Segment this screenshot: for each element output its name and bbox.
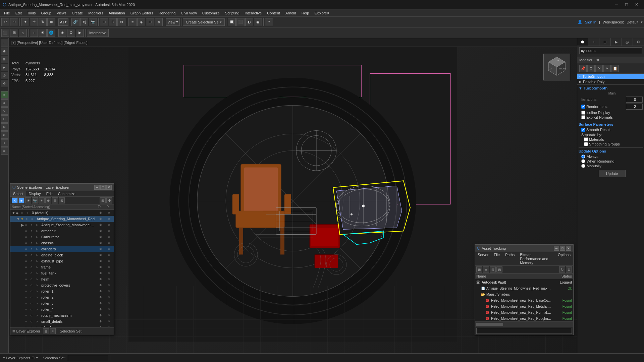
- layer-item[interactable]: ○○○cylinders❄☀: [10, 246, 114, 252]
- motion-btn[interactable]: ▶: [1, 64, 8, 71]
- tab-utilities[interactable]: ⚙: [633, 38, 644, 46]
- close-btn[interactable]: ✕: [632, 1, 641, 8]
- iterations-input[interactable]: [626, 97, 643, 103]
- camera-btn[interactable]: 📷: [89, 18, 97, 26]
- asset-server-tab[interactable]: Server: [475, 252, 491, 265]
- select-filter-btn[interactable]: ⬛: [1, 29, 9, 37]
- se-show-space-btn[interactable]: ⊕: [45, 197, 51, 203]
- utilities-btn[interactable]: ⚙: [1, 80, 8, 87]
- layer-item[interactable]: ○○○roller_1❄☀: [10, 288, 114, 294]
- se-select-tab[interactable]: Select: [10, 191, 26, 196]
- modifier-turbosmooth[interactable]: ○ TurboSmooth: [577, 74, 644, 79]
- se-show-lights-btn[interactable]: ☀: [25, 197, 31, 203]
- update-button[interactable]: Update: [599, 170, 626, 177]
- menu-item-civilview[interactable]: Civil View: [178, 9, 199, 17]
- sign-in-label[interactable]: Sign In: [585, 20, 596, 24]
- panel-close-btn[interactable]: ✕: [106, 185, 112, 190]
- mod-config-btn[interactable]: ⚙: [587, 65, 595, 72]
- modify-btn[interactable]: ⬟: [1, 48, 8, 55]
- se-settings-btn[interactable]: ⚙: [106, 197, 112, 203]
- se-filter-btn[interactable]: ✕: [12, 197, 18, 203]
- render-iters-input[interactable]: [626, 104, 643, 110]
- layer-item[interactable]: ○○○rotary_mechanism❄☀: [10, 312, 114, 318]
- all-dropdown[interactable]: All▾: [58, 18, 68, 26]
- asset-item[interactable]: 🖼Retro_Monowheel_new_Red_Roughness.pngFo…: [475, 315, 573, 321]
- hierarchy-btn[interactable]: ⊞: [1, 56, 8, 63]
- sun-light-btn[interactable]: ☀: [39, 29, 47, 37]
- render-setup-btn[interactable]: ⚙: [67, 29, 75, 37]
- align-btn[interactable]: ⊟: [146, 18, 154, 26]
- scene-explorer-icon[interactable]: ≡: [36, 356, 38, 360]
- layer-item[interactable]: ○○○small_details❄☀: [10, 318, 114, 324]
- menu-item-tools[interactable]: Tools: [24, 9, 39, 17]
- layer-explorer-btn[interactable]: Layer Explorer: [6, 356, 30, 360]
- asset-item[interactable]: 📄Antique_Steering_Monowheel_Red_max_vray…: [475, 285, 573, 291]
- toggle-grid-btn[interactable]: ⊞: [10, 29, 18, 37]
- rotate-btn[interactable]: ↻: [39, 18, 47, 26]
- se-show-helpers-btn[interactable]: +: [39, 197, 45, 203]
- manually-radio[interactable]: [581, 164, 585, 168]
- objects-btn[interactable]: ◈: [137, 18, 145, 26]
- se-edit-tab[interactable]: Edit: [44, 191, 55, 196]
- layer-item[interactable]: ○○○roller_3❄☀: [10, 300, 114, 306]
- select-btn[interactable]: ✦: [21, 18, 29, 26]
- menu-item-modifiers[interactable]: Modifiers: [86, 9, 106, 17]
- panel-maximize-btn[interactable]: □: [100, 185, 106, 190]
- layer-expand-icon[interactable]: ▼: [12, 211, 16, 215]
- asset-close-btn[interactable]: ✕: [566, 246, 571, 251]
- layer-expand-icon[interactable]: ▼: [16, 217, 20, 221]
- asset-options-tab[interactable]: Options: [555, 252, 573, 265]
- menu-item-rendering[interactable]: Rendering: [156, 9, 178, 17]
- asset-item[interactable]: 📂Maps / Shaders: [475, 291, 573, 297]
- layer-expand-icon[interactable]: ▶: [21, 223, 25, 227]
- asset-item[interactable]: 🖼Retro_Monowheel_new_Red_Normal.pngFound: [475, 309, 573, 315]
- menu-item-animation[interactable]: Animation: [106, 9, 128, 17]
- asset-paths-tab[interactable]: Paths: [502, 252, 517, 265]
- layer-item[interactable]: ○○○exhaust_pipe❄☀: [10, 258, 114, 264]
- menu-item-grapheditors[interactable]: Graph Editors: [128, 9, 156, 17]
- asset-refresh-btn[interactable]: ↻: [559, 266, 565, 273]
- asset-btn3[interactable]: ⊟: [490, 266, 496, 273]
- spacing-btn[interactable]: ⊠: [155, 18, 163, 26]
- render2-btn[interactable]: ⬛: [236, 18, 245, 26]
- snap2-btn[interactable]: ⊕: [109, 18, 117, 26]
- asset-path-input[interactable]: [476, 328, 572, 334]
- asset-item[interactable]: 🏛Autodesk VaultLogged: [475, 279, 573, 285]
- render4-btn[interactable]: ◉: [254, 18, 262, 26]
- se-show-all-btn[interactable]: ⊠: [59, 197, 65, 203]
- display-btn[interactable]: ◎: [1, 72, 8, 79]
- env-btn[interactable]: 🌐: [47, 29, 55, 37]
- move-btn[interactable]: ✛: [30, 18, 38, 26]
- se-show-cameras-btn[interactable]: 📷: [32, 197, 38, 203]
- layer-item[interactable]: ▼⊙○○Antique_Steering_Monowheel_Red❄☀: [10, 216, 114, 222]
- mod-pin-btn[interactable]: 📌: [579, 65, 587, 72]
- asset-item[interactable]: 🖼Retro_Monowheel_new_Red_Metallic.pngFou…: [475, 303, 573, 309]
- smooth-result-checkbox[interactable]: [581, 128, 585, 132]
- asset-file-tab[interactable]: File: [491, 252, 502, 265]
- layer-item[interactable]: ○○○fuel_tank❄☀: [10, 270, 114, 276]
- layer-item[interactable]: ○○○chassis❄☀: [10, 240, 114, 246]
- always-radio[interactable]: [581, 155, 585, 159]
- interactive-label-btn[interactable]: Interactive: [87, 29, 109, 37]
- when-rendering-radio[interactable]: [581, 159, 585, 163]
- scale-btn[interactable]: ⊞: [47, 18, 55, 26]
- layer-item[interactable]: ○○○protective_covers❄☀: [10, 282, 114, 288]
- asset-scrollbar[interactable]: [475, 321, 573, 327]
- mod-paste-btn[interactable]: 📋: [611, 65, 619, 72]
- snap3-btn[interactable]: ⊗: [117, 18, 125, 26]
- layer-item[interactable]: ○○○roller_2❄☀: [10, 294, 114, 300]
- menu-item-explorex[interactable]: ExploreX: [312, 9, 332, 17]
- layer-item[interactable]: ○○○frame❄☀: [10, 264, 114, 270]
- footer-select-btn[interactable]: ≡: [50, 328, 56, 334]
- asset-settings-btn[interactable]: ⚙: [566, 266, 572, 273]
- tab-motion[interactable]: ▶: [611, 38, 622, 46]
- se-show-shapes-btn[interactable]: ◈: [18, 197, 24, 203]
- asset-bitmap-tab[interactable]: Bitmap Performance and Memory: [517, 252, 555, 265]
- home-btn[interactable]: ⌂: [19, 29, 27, 37]
- layer-item[interactable]: ○○○helm❄☀: [10, 276, 114, 282]
- minimize-btn[interactable]: ─: [612, 1, 621, 8]
- panel-minimize-btn[interactable]: ─: [94, 185, 100, 190]
- asset-btn1[interactable]: ⊞: [476, 266, 482, 273]
- scene-explorer-btn[interactable]: ≡: [1, 91, 8, 99]
- menu-item-edit[interactable]: Edit: [13, 9, 24, 17]
